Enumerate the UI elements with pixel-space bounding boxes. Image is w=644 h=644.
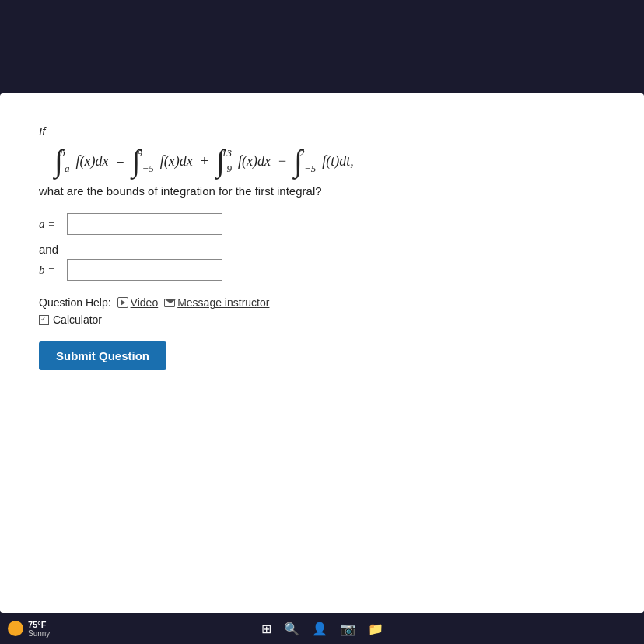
equals-op: = [116, 153, 124, 170]
math-equation: ∫ b a f(x)dx = ∫ 9 −5 f(x)dx + ∫ [54, 145, 605, 177]
a-label: a = [39, 218, 62, 231]
and-text: and [39, 243, 605, 256]
weather-icon [8, 621, 23, 636]
help-label: Question Help: [39, 296, 111, 309]
lower-bound-4: −5 [304, 163, 316, 175]
user-icon[interactable]: 👤 [312, 621, 327, 636]
integral-1: ∫ b a [54, 145, 69, 177]
search-icon[interactable]: 🔍 [284, 621, 299, 636]
expr-3: f(x)dx [238, 153, 271, 170]
calculator-label: Calculator [53, 313, 102, 326]
a-input[interactable] [67, 213, 222, 235]
message-link-text: Message instructor [177, 296, 269, 309]
upper-bound-3: 13 [222, 147, 232, 159]
expr-2: f(x)dx [160, 153, 193, 170]
taskbar-center: ⊞ 🔍 👤 📷 📁 [261, 621, 383, 636]
if-label: If [39, 124, 605, 138]
lower-bound-1: a [65, 163, 70, 175]
content-area: If ∫ b a f(x)dx = ∫ 9 −5 f(x)dx [0, 93, 644, 401]
lower-bound-3: 9 [226, 163, 232, 175]
integral-4: ∫ 2 −5 [294, 145, 316, 177]
upper-bound-1: b [60, 147, 65, 159]
upper-bound-2: 9 [138, 147, 143, 159]
b-input-row: b = [39, 259, 605, 281]
expr-4: f(t)dt, [322, 153, 354, 170]
windows-icon[interactable]: ⊞ [261, 621, 271, 636]
calculator-row: Calculator [39, 313, 605, 326]
plus-op: + [201, 153, 208, 170]
question-help: Question Help: Video Message instructor [39, 296, 605, 309]
weather-temp: 75°F [28, 620, 50, 629]
message-link[interactable]: Message instructor [164, 296, 269, 309]
taskbar: 75°F Sunny ⊞ 🔍 👤 📷 📁 [0, 613, 644, 644]
camera-icon[interactable]: 📷 [340, 621, 355, 636]
weather-condition: Sunny [28, 629, 50, 638]
b-input[interactable] [67, 259, 222, 281]
integral-bounds-4: 2 −5 [304, 147, 316, 175]
submit-button[interactable]: Submit Question [39, 341, 166, 370]
minus-op: − [278, 153, 286, 170]
weather-widget: 75°F Sunny [28, 620, 50, 638]
integral-2: ∫ 9 −5 [132, 145, 154, 177]
mail-icon [164, 299, 175, 307]
a-input-row: a = [39, 213, 605, 235]
folder-icon[interactable]: 📁 [368, 621, 383, 636]
question-text: what are the bounds of integration for t… [39, 184, 605, 198]
play-icon [117, 297, 128, 308]
video-link[interactable]: Video [117, 296, 159, 309]
integral-bounds-1: b a [65, 147, 70, 175]
expr-1: f(x)dx [75, 153, 108, 170]
lower-bound-2: −5 [142, 163, 154, 175]
main-screen: If ∫ b a f(x)dx = ∫ 9 −5 f(x)dx [0, 93, 644, 613]
upper-bound-4: 2 [299, 147, 305, 159]
integral-bounds-3: 13 9 [226, 147, 232, 175]
calculator-checkbox[interactable] [39, 315, 49, 325]
b-label: b = [39, 264, 62, 277]
integral-bounds-2: 9 −5 [142, 147, 154, 175]
video-link-text: Video [131, 296, 159, 309]
integral-3: ∫ 13 9 [216, 145, 232, 177]
